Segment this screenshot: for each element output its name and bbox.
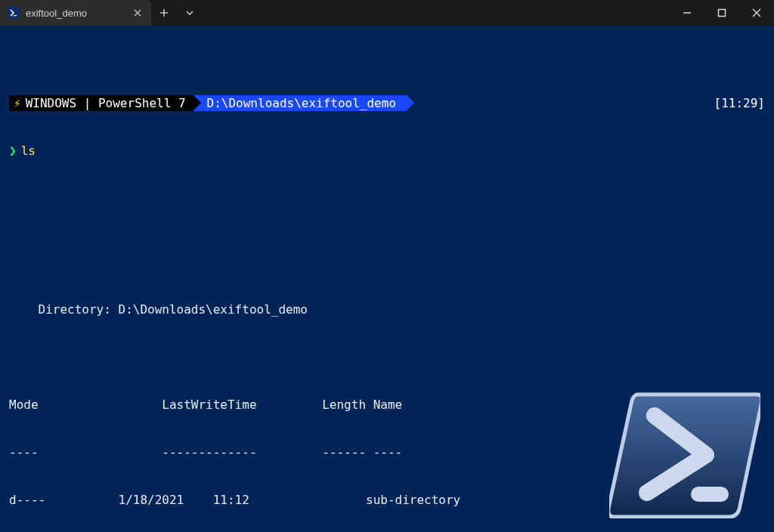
- tab-exiftool-demo[interactable]: exiftool_demo: [0, 0, 151, 26]
- prompt-host: ⚡WINDOWS | PowerShell 7: [9, 95, 194, 111]
- close-tab-icon[interactable]: [132, 7, 144, 19]
- command-line: ❯ ls: [9, 143, 765, 159]
- prompt-time: [11:29]: [714, 95, 765, 111]
- ls-column-underline: ---- ------------- ------ ----: [9, 444, 765, 460]
- new-tab-button[interactable]: [151, 0, 177, 26]
- prompt-line: ⚡WINDOWS | PowerShell 7 D:\Downloads\exi…: [9, 95, 765, 111]
- titlebar: exiftool_demo: [0, 0, 774, 26]
- svg-rect-1: [719, 10, 726, 17]
- command-text: ls: [21, 143, 36, 159]
- terminal-output[interactable]: ⚡WINDOWS | PowerShell 7 D:\Downloads\exi…: [0, 26, 774, 532]
- ls-column-header: Mode LastWriteTime Length Name: [9, 397, 765, 413]
- svg-rect-0: [14, 15, 17, 16]
- close-window-button[interactable]: [739, 0, 774, 26]
- tab-dropdown-button[interactable]: [177, 0, 203, 26]
- powershell-tab-icon: [8, 7, 20, 19]
- tab-title: exiftool_demo: [26, 8, 87, 19]
- prompt-arrow-icon: ❯: [9, 143, 17, 159]
- bolt-icon: ⚡: [14, 95, 21, 111]
- prompt-cwd: D:\Downloads\exiftool_demo: [194, 95, 407, 111]
- maximize-button[interactable]: [704, 0, 739, 26]
- directory-header: Directory: D:\Downloads\exiftool_demo: [9, 302, 765, 317]
- list-item: d---- 1/18/2021 11:12 sub-directory: [9, 492, 765, 508]
- minimize-button[interactable]: [670, 0, 704, 26]
